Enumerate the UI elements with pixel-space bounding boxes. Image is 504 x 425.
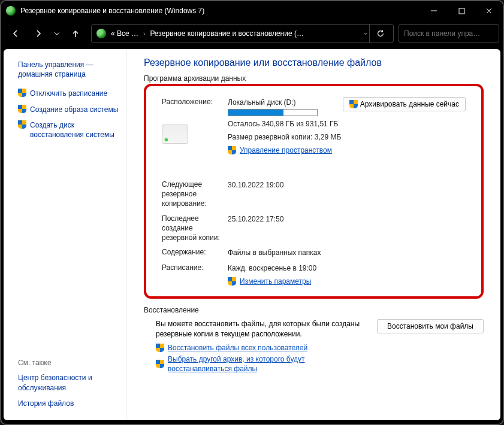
main-panel: Резервное копирование или восстановление… <box>127 49 500 420</box>
last-backup-label: Последнее создание резервной копии: <box>162 214 228 243</box>
forward-button[interactable] <box>28 23 49 44</box>
restore-section: Вы можете восстановить файлы, для которы… <box>144 319 484 375</box>
button-label: Архивировать данные сейчас <box>360 100 459 108</box>
sidebar-footer: См. также Центр безопасности и обслужива… <box>18 359 120 414</box>
minimize-button[interactable] <box>420 1 448 20</box>
breadcrumb-icon <box>96 29 106 38</box>
sidebar: Панель управления — домашняя страница От… <box>4 49 127 420</box>
app-icon <box>6 6 16 16</box>
schedule-label: Расписание: <box>162 263 228 272</box>
section-header-restore: Восстановление <box>144 306 484 314</box>
sidebar-link-label: Создать диск восстановления системы <box>30 120 120 139</box>
sidebar-footer-link-file-history[interactable]: История файлов <box>18 399 120 408</box>
breadcrumb[interactable]: « Все … › Резервное копирование и восста… <box>91 24 394 43</box>
sidebar-footer-link-security[interactable]: Центр безопасности и обслуживания <box>18 373 120 392</box>
sidebar-link-create-image[interactable]: Создание образа системы <box>18 105 120 114</box>
sidebar-link-label: Отключить расписание <box>30 89 107 98</box>
restore-my-files-button[interactable]: Восстановить мои файлы <box>377 319 484 333</box>
shield-icon <box>228 146 236 154</box>
disk-usage-bar <box>228 109 318 116</box>
svg-rect-1 <box>459 8 464 14</box>
breadcrumb-item[interactable]: Резервное копирование и восстановление (… <box>147 29 306 38</box>
section-header-archive: Программа архивации данных <box>144 74 484 83</box>
choose-other-archive-link[interactable]: Выбрать другой архив, из которого будут … <box>168 354 342 375</box>
chevron-right-icon[interactable]: › <box>141 31 147 37</box>
content-value: Файлы в выбранных папках <box>228 247 466 258</box>
app-window: Резервное копирование и восстановление (… <box>0 0 504 425</box>
recent-dropdown[interactable] <box>50 23 64 44</box>
shield-icon <box>156 344 164 352</box>
drive-icon <box>162 125 188 144</box>
search-input[interactable] <box>404 29 494 38</box>
chevron-down-icon[interactable]: › <box>363 30 369 37</box>
sidebar-home-link[interactable]: Панель управления — домашняя страница <box>18 60 120 79</box>
see-also-header: См. также <box>18 359 120 367</box>
shield-icon <box>18 89 26 97</box>
shield-icon <box>156 360 164 368</box>
shield-icon <box>18 120 26 129</box>
highlighted-settings-box: Расположение: Локальный диск (D:) Остало… <box>144 84 484 299</box>
shield-icon <box>349 100 358 108</box>
page-title: Резервное копирование или восстановление… <box>144 57 484 68</box>
titlebar: Резервное копирование и восстановление (… <box>1 1 503 20</box>
manage-space-link[interactable]: Управление пространством <box>240 145 332 156</box>
close-button[interactable] <box>475 1 503 20</box>
free-space-text: Осталось 340,98 ГБ из 931,51 ГБ <box>228 119 343 129</box>
restore-description: Вы можете восстановить файлы, для которы… <box>156 319 371 339</box>
shield-icon <box>18 105 26 113</box>
maximize-button[interactable] <box>448 1 475 20</box>
next-backup-value: 30.10.2022 19:00 <box>228 180 466 190</box>
button-label: Восстановить мои файлы <box>387 322 473 330</box>
breadcrumb-item[interactable]: « Все … <box>108 29 141 38</box>
backup-now-button[interactable]: Архивировать данные сейчас <box>343 97 466 111</box>
backup-size-text: Размер резервной копии: 3,29 МБ <box>228 132 343 142</box>
location-label: Расположение: <box>162 97 228 107</box>
location-value: Локальный диск (D:) <box>228 97 343 108</box>
refresh-button[interactable] <box>369 25 391 42</box>
last-backup-value: 25.10.2022 17:50 <box>228 214 466 224</box>
content-area: Панель управления — домашняя страница От… <box>4 49 500 420</box>
change-settings-link[interactable]: Изменить параметры <box>240 276 311 287</box>
shield-icon <box>228 277 236 286</box>
sidebar-link-disable-schedule[interactable]: Отключить расписание <box>18 89 120 98</box>
sidebar-link-label: Создание образа системы <box>30 105 118 114</box>
next-backup-label: Следующее резервное копирование: <box>162 180 228 209</box>
schedule-value: Кажд. воскресенье в 19:00 <box>228 263 466 274</box>
restore-all-users-link[interactable]: Восстановить файлы всех пользователей <box>168 343 307 353</box>
up-button[interactable] <box>65 23 86 44</box>
content-label: Содержание: <box>162 247 228 257</box>
navbar: « Все … › Резервное копирование и восста… <box>1 20 503 47</box>
back-button[interactable] <box>5 23 26 44</box>
window-title: Резервное копирование и восстановление (… <box>20 7 420 15</box>
search-box[interactable] <box>399 24 499 43</box>
sidebar-link-create-recovery-disk[interactable]: Создать диск восстановления системы <box>18 120 120 139</box>
